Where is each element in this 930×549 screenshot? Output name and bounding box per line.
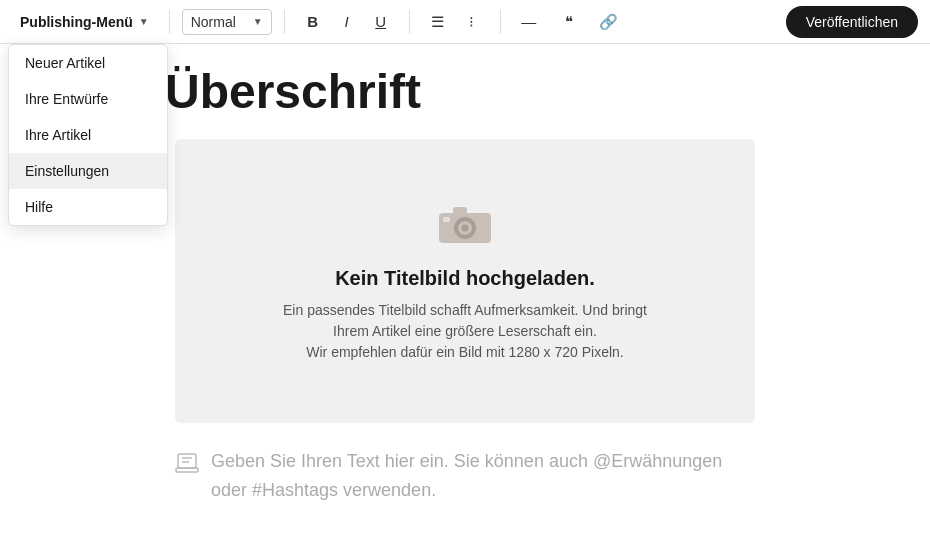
format-select-label: Normal <box>191 14 236 30</box>
menu-item-settings[interactable]: Einstellungen <box>9 153 167 189</box>
svg-rect-4 <box>453 207 467 215</box>
underline-button[interactable]: U <box>365 6 397 38</box>
publishing-menu-label: Publishing-Menü <box>20 14 133 30</box>
menu-item-help[interactable]: Hilfe <box>9 189 167 225</box>
menu-item-help-label: Hilfe <box>25 199 53 215</box>
format-select[interactable]: Normal ▼ <box>182 9 272 35</box>
text-editor-icon <box>175 451 199 479</box>
camera-icon <box>435 199 495 251</box>
toolbar-divider-4 <box>500 10 501 34</box>
unordered-list-button[interactable]: ⁝ <box>456 6 488 38</box>
list-format-group: ☰ ⁝ <box>422 6 488 38</box>
dropdown-menu: Neuer Artikel Ihre Entwürfe Ihre Artikel… <box>8 44 168 226</box>
text-format-group: B I U <box>297 6 397 38</box>
publishing-menu-button[interactable]: Publishing-Menü ▼ <box>12 10 157 34</box>
svg-rect-6 <box>178 454 196 468</box>
italic-button[interactable]: I <box>331 6 363 38</box>
hr-button[interactable]: — <box>513 6 545 38</box>
format-chevron-icon: ▼ <box>253 16 263 27</box>
link-icon: 🔗 <box>599 13 618 31</box>
image-placeholder-title: Kein Titelbild hochgeladen. <box>335 267 595 290</box>
ordered-list-icon: ☰ <box>431 13 444 31</box>
menu-item-articles-label: Ihre Artikel <box>25 127 91 143</box>
svg-rect-7 <box>176 468 198 472</box>
link-button[interactable]: 🔗 <box>593 6 625 38</box>
image-placeholder[interactable]: Kein Titelbild hochgeladen. Ein passende… <box>175 139 755 423</box>
image-placeholder-desc-line2: Wir empfehlen dafür ein Bild mit 1280 x … <box>306 344 624 360</box>
unordered-list-icon: ⁝ <box>469 13 474 31</box>
menu-item-drafts-label: Ihre Entwürfe <box>25 91 108 107</box>
bold-button[interactable]: B <box>297 6 329 38</box>
text-editor-row: Geben Sie Ihren Text hier ein. Sie könne… <box>175 447 755 505</box>
svg-point-3 <box>462 225 469 232</box>
editor-placeholder-text[interactable]: Geben Sie Ihren Text hier ein. Sie könne… <box>211 447 755 505</box>
menu-item-settings-label: Einstellungen <box>25 163 109 179</box>
image-placeholder-desc: Ein passendes Titelbild schafft Aufmerks… <box>265 300 665 363</box>
menu-item-new-article-label: Neuer Artikel <box>25 55 105 71</box>
menu-item-drafts[interactable]: Ihre Entwürfe <box>9 81 167 117</box>
quote-button[interactable]: ❝ <box>553 6 585 38</box>
image-placeholder-desc-line1: Ein passendes Titelbild schafft Aufmerks… <box>283 302 647 339</box>
ordered-list-button[interactable]: ☰ <box>422 6 454 38</box>
chevron-down-icon: ▼ <box>139 16 149 27</box>
underline-icon: U <box>375 13 386 30</box>
hr-icon: — <box>521 13 536 30</box>
toolbar-divider-1 <box>169 10 170 34</box>
svg-rect-5 <box>443 217 450 222</box>
publish-button[interactable]: Veröffentlichen <box>786 6 918 38</box>
article-title[interactable]: Überschrift <box>165 64 765 119</box>
toolbar-divider-3 <box>409 10 410 34</box>
quote-icon: ❝ <box>565 13 573 31</box>
italic-icon: I <box>345 13 349 30</box>
toolbar: Publishing-Menü ▼ Normal ▼ B I U ☰ ⁝ — ❝ <box>0 0 930 44</box>
bold-icon: B <box>307 13 318 30</box>
menu-item-new-article[interactable]: Neuer Artikel <box>9 45 167 81</box>
publish-button-label: Veröffentlichen <box>806 14 898 30</box>
toolbar-divider-2 <box>284 10 285 34</box>
menu-item-articles[interactable]: Ihre Artikel <box>9 117 167 153</box>
